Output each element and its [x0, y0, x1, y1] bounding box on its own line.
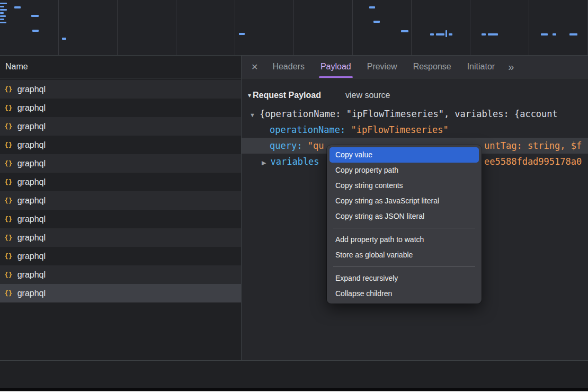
json-icon: {} — [4, 159, 13, 167]
waterfall-bar — [569, 33, 577, 35]
request-row[interactable]: {} graphql — [0, 210, 241, 228]
json-icon: {} — [4, 234, 13, 242]
tab-headers[interactable]: Headers — [267, 56, 309, 78]
waterfall-bar — [32, 30, 39, 32]
context-menu-item[interactable]: Add property path to watch — [329, 232, 479, 247]
request-row[interactable]: {} graphql — [0, 247, 241, 265]
waterfall-bar — [369, 6, 375, 8]
details-tabbar: ✕ Headers Payload Preview Response Initi… — [242, 56, 588, 78]
json-icon: {} — [4, 178, 13, 186]
waterfall-bar — [31, 15, 39, 17]
request-row[interactable]: {} graphql — [0, 265, 241, 284]
tree-row-operation-name[interactable]: operationName: "ipFlowTimeseries" — [242, 122, 588, 138]
request-name: graphql — [17, 159, 46, 168]
context-menu-item[interactable]: Copy string as JSON literal — [329, 209, 479, 224]
json-icon: {} — [4, 85, 13, 93]
json-icon: {} — [4, 197, 13, 204]
request-name: graphql — [17, 177, 46, 187]
json-icon: {} — [4, 141, 13, 149]
property-value-right: ee5588fdad995178a0 — [484, 154, 582, 170]
footer — [0, 360, 588, 392]
request-row[interactable]: {} graphql — [0, 99, 241, 117]
request-row[interactable]: {} graphql — [0, 154, 241, 173]
request-name: graphql — [17, 252, 46, 261]
waterfall-bar — [482, 33, 486, 35]
request-rows: {} graphql {} graphql {} graphql {} grap… — [0, 80, 241, 302]
json-icon: {} — [4, 289, 13, 297]
request-row[interactable]: {} graphql — [0, 136, 241, 154]
waterfall-bar — [436, 33, 444, 35]
view-source-toggle[interactable]: view source — [345, 91, 390, 100]
request-row[interactable]: {} graphql — [0, 80, 241, 99]
waterfall-bar — [430, 33, 434, 35]
request-name: graphql — [17, 122, 46, 131]
waterfall-bar — [0, 9, 7, 11]
request-row[interactable]: {} graphql — [0, 284, 241, 302]
network-overview-timeline[interactable] — [0, 0, 588, 56]
json-icon: {} — [4, 104, 13, 112]
request-list-panel: Name {} graphql {} graphql {} graphql {}… — [0, 56, 241, 360]
request-row[interactable]: {} graphql — [0, 117, 241, 136]
request-name: graphql — [17, 233, 46, 243]
tab-payload[interactable]: Payload — [315, 56, 357, 78]
waterfall-bar — [553, 33, 556, 35]
waterfall-bar — [62, 38, 66, 40]
request-row[interactable]: {} graphql — [0, 173, 241, 191]
waterfall-bar — [14, 6, 21, 8]
network-panel: Name {} graphql {} graphql {} graphql {}… — [0, 56, 588, 360]
waterfall-bar — [239, 33, 245, 35]
name-column-header[interactable]: Name — [0, 56, 241, 78]
request-name: graphql — [17, 289, 46, 298]
waterfall-bar — [0, 22, 6, 23]
context-menu-item[interactable]: Collapse children — [329, 286, 479, 301]
close-icon[interactable]: ✕ — [251, 62, 258, 72]
request-name: graphql — [17, 215, 46, 224]
request-row[interactable]: {} graphql — [0, 191, 241, 210]
request-name: graphql — [17, 85, 46, 94]
waterfall-bar — [0, 15, 6, 17]
tab-initiator[interactable]: Initiator — [462, 56, 500, 78]
context-menu-item[interactable]: Copy string as JavaScript literal — [329, 193, 479, 209]
context-menu-item[interactable]: Copy value — [329, 147, 479, 163]
waterfall-bar — [0, 19, 4, 20]
section-title: Request Payload — [253, 91, 321, 100]
context-menu-separator — [333, 228, 475, 228]
property-key: query: — [270, 140, 308, 151]
waterfall-bar — [0, 12, 4, 14]
property-value-left: "qu — [308, 140, 324, 151]
more-tabs-icon[interactable]: » — [508, 61, 514, 73]
request-name: graphql — [17, 140, 46, 150]
json-icon: {} — [4, 215, 13, 223]
tree-row-root[interactable]: ▼{operationName: "ipFlowTimeseries", var… — [242, 106, 588, 122]
overview-bars — [0, 0, 588, 55]
context-menu-separator — [333, 266, 475, 267]
json-icon: {} — [4, 122, 13, 130]
waterfall-bar — [541, 33, 548, 35]
waterfall-bar — [373, 21, 380, 23]
tab-preview[interactable]: Preview — [362, 56, 403, 78]
request-name: graphql — [17, 103, 46, 113]
property-key: operationName: — [270, 124, 351, 135]
context-menu-item[interactable]: Copy string contents — [329, 178, 479, 193]
property-value-right: untTag: string, $f — [484, 138, 582, 154]
tab-response[interactable]: Response — [408, 56, 457, 78]
section-disclosure-icon[interactable]: ▾ — [248, 92, 251, 99]
waterfall-bar — [0, 3, 7, 4]
object-preview-text: {operationName: "ipFlowTimeseries", vari… — [260, 109, 558, 119]
waterfall-bar — [488, 33, 498, 35]
waterfall-bar — [0, 6, 4, 7]
json-icon: {} — [4, 271, 13, 279]
name-column-label: Name — [5, 62, 28, 72]
property-value: "ipFlowTimeseries" — [351, 124, 449, 135]
context-menu-item[interactable]: Copy property path — [329, 163, 479, 178]
request-payload-section-header: ▾ Request Payload view source — [242, 89, 588, 102]
request-row[interactable]: {} graphql — [0, 228, 241, 247]
disclosure-expanded-icon[interactable]: ▼ — [250, 112, 255, 118]
context-menu-item[interactable]: Expand recursively — [329, 271, 479, 286]
disclosure-collapsed-icon[interactable]: ▶ — [262, 159, 266, 166]
property-key: variables — [270, 156, 319, 167]
json-icon: {} — [4, 252, 13, 260]
context-menu-item[interactable]: Store as global variable — [329, 247, 479, 263]
waterfall-bar — [446, 30, 447, 37]
context-menu: Copy valueCopy property pathCopy string … — [327, 145, 482, 304]
